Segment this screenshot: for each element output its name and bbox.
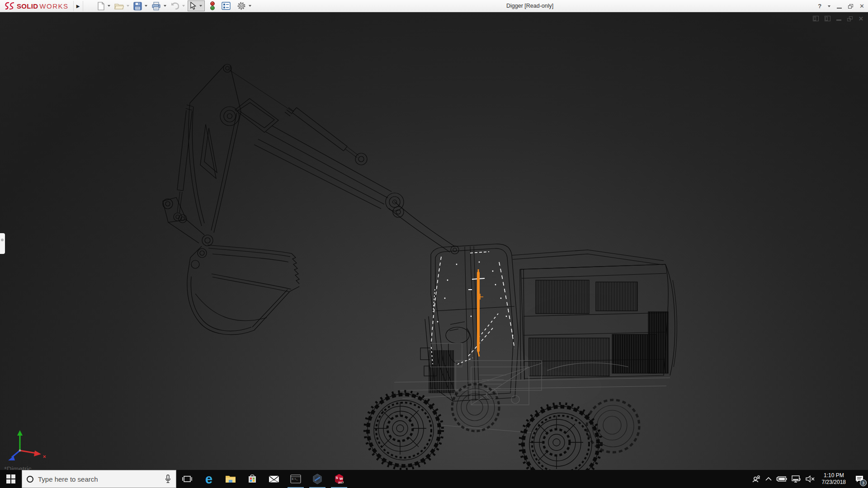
select-cursor-icon — [189, 2, 196, 10]
display-pane-icon[interactable] — [825, 16, 830, 21]
window-title: Digger [Read-only] — [506, 3, 553, 9]
windows-taskbar: e C:\_ — [0, 470, 868, 488]
save-floppy-icon — [133, 2, 142, 10]
excavator-wireframe-model — [0, 12, 868, 470]
brand-solid: SOLID — [17, 2, 38, 10]
taskbar-app-task-view[interactable] — [176, 470, 198, 488]
windows-logo-icon — [6, 474, 15, 483]
task-view-icon — [182, 475, 192, 483]
file-explorer-icon — [225, 474, 236, 483]
menu-flyout-icon: ▶ — [76, 4, 80, 9]
people-icon[interactable] — [752, 475, 761, 483]
stoplight-icon — [210, 1, 215, 10]
edge-icon: e — [205, 473, 212, 485]
taskbar-app-mail[interactable] — [263, 470, 285, 488]
battery-charging-icon[interactable] — [776, 476, 787, 482]
system-tray: 1:10 PM 7/23/2018 3 — [752, 470, 868, 488]
open-button[interactable] — [113, 0, 125, 11]
search-input[interactable] — [38, 475, 160, 483]
taskbar-app-solidworks[interactable]: S W 2017 — [328, 470, 350, 488]
selected-edge[interactable] — [477, 269, 483, 357]
start-button[interactable] — [0, 470, 22, 488]
taskbar-clock[interactable]: 1:10 PM 7/23/2018 — [819, 472, 849, 486]
document-window-controls: ✕ — [813, 16, 863, 21]
taskbar-app-edrawings[interactable] — [307, 470, 328, 488]
restore-button[interactable] — [848, 4, 853, 9]
minimize-button[interactable] — [837, 8, 842, 9]
sw-year-text: 2017 — [338, 481, 344, 484]
clock-date: 7/23/2018 — [822, 479, 846, 486]
options-button[interactable] — [236, 0, 247, 11]
print-button[interactable] — [150, 0, 162, 11]
orientation-triad — [8, 430, 46, 460]
options-dropdown[interactable] — [249, 5, 251, 7]
select-tool-group — [188, 0, 205, 11]
document-minimize-button[interactable] — [836, 19, 841, 21]
gear-icon — [237, 1, 246, 10]
network-icon[interactable] — [791, 475, 801, 483]
mail-icon — [269, 475, 279, 483]
undo-button[interactable] — [169, 0, 181, 11]
solidworks-2017-icon: S W 2017 — [333, 473, 345, 485]
undo-dropdown[interactable] — [182, 5, 185, 7]
display-settings-icon — [222, 2, 231, 10]
taskbar-search[interactable] — [22, 470, 176, 488]
store-icon — [247, 474, 257, 484]
appearance-stoplight-button[interactable] — [208, 0, 217, 11]
taskbar-app-edge[interactable]: e — [198, 470, 220, 488]
graphics-viewport[interactable]: ✕ — [0, 12, 868, 470]
highlighted-edges — [431, 252, 514, 364]
cortana-circle-icon — [27, 476, 33, 483]
featuremanager-pane-icon[interactable] — [813, 16, 819, 21]
taskbar-app-file-explorer[interactable] — [220, 470, 241, 488]
microphone-icon[interactable] — [165, 474, 171, 483]
menu-flyout-button[interactable]: ▶ — [73, 1, 83, 11]
open-folder-icon — [114, 2, 124, 10]
sw-text: S — [336, 476, 339, 480]
quick-toolbar — [96, 0, 254, 11]
command-prompt-icon: C:\_ — [290, 474, 301, 483]
select-dropdown[interactable] — [199, 5, 202, 7]
view-orientation-label: *Dimetric — [4, 465, 32, 470]
open-dropdown[interactable] — [127, 5, 129, 7]
app-titlebar: SOLIDWORKS ▶ — [0, 0, 868, 12]
clock-time: 1:10 PM — [822, 472, 846, 479]
document-close-button[interactable]: ✕ — [859, 16, 863, 21]
titlebar-window-controls: ? ✕ — [818, 0, 864, 12]
volume-muted-icon[interactable] — [805, 475, 815, 483]
tray-chevron-up-icon[interactable] — [765, 477, 772, 481]
help-button[interactable]: ? — [818, 3, 821, 9]
print-icon — [151, 2, 161, 10]
save-button[interactable] — [132, 0, 143, 11]
panel-flyout-tab[interactable] — [0, 233, 5, 254]
document-restore-button[interactable] — [847, 16, 853, 21]
close-button[interactable]: ✕ — [859, 3, 864, 9]
bucket — [187, 245, 299, 335]
brand-works: WORKS — [39, 2, 68, 10]
print-dropdown[interactable] — [164, 5, 166, 7]
boom-arm — [163, 64, 459, 254]
help-dropdown[interactable] — [828, 5, 830, 7]
edrawings-hexagon-icon — [312, 474, 323, 484]
new-document-dropdown[interactable] — [108, 5, 110, 7]
cmd-label-text: C:\_ — [292, 478, 298, 481]
save-dropdown[interactable] — [145, 5, 147, 7]
select-button[interactable] — [188, 0, 198, 11]
w-text: W — [340, 477, 343, 481]
taskbar-app-store[interactable] — [241, 470, 263, 488]
ds-logo-icon — [4, 1, 15, 10]
solidworks-logo: SOLIDWORKS — [0, 1, 73, 10]
notification-badge: 3 — [860, 479, 867, 486]
display-settings-button[interactable] — [220, 0, 232, 11]
action-center-button[interactable]: 3 — [853, 470, 866, 488]
new-document-icon — [97, 2, 105, 10]
taskbar-app-command-prompt[interactable]: C:\_ — [285, 470, 307, 488]
undo-icon — [170, 2, 179, 9]
new-document-button[interactable] — [96, 0, 106, 11]
